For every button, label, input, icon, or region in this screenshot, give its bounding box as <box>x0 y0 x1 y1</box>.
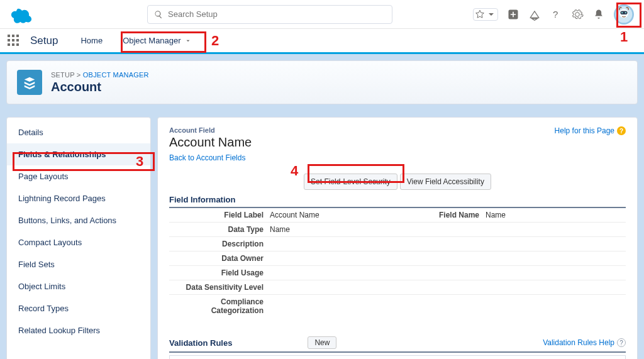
validation-rules-help-link[interactable]: Validation Rules Help ? <box>543 338 626 347</box>
salesforce-logo-icon <box>8 6 34 23</box>
back-to-fields-link[interactable]: Back to Account Fields <box>169 153 245 162</box>
astro-avatar-icon <box>615 6 633 23</box>
view-field-accessibility-button[interactable]: View Field Accessibility <box>400 174 491 190</box>
field-usage-label: Field Usage <box>169 266 270 280</box>
svg-text:?: ? <box>553 9 558 19</box>
object-title: Account <box>51 80 149 94</box>
app-name: Setup <box>30 35 58 47</box>
annotation-number-3: 3 <box>136 153 143 170</box>
object-icon <box>17 70 42 95</box>
validation-empty-message: No validation rules defined. <box>169 355 626 359</box>
sidebar: Details Fields & Relationships Page Layo… <box>6 117 151 359</box>
help-for-page-link[interactable]: Help for this Page ? <box>555 126 626 135</box>
main-content: Help for this Page ? Account Field Accou… <box>157 117 638 359</box>
sidebar-item-fields-relationships[interactable]: Fields & Relationships <box>7 143 150 165</box>
nav-object-manager[interactable]: Object Manager <box>114 31 200 50</box>
sidebar-item-lightning-record-pages[interactable]: Lightning Record Pages <box>7 187 150 209</box>
sidebar-item-buttons-links-actions[interactable]: Buttons, Links, and Actions <box>7 209 150 231</box>
user-avatar[interactable] <box>614 4 634 25</box>
field-usage-value <box>270 266 626 280</box>
field-action-buttons: Set Field-Level Security View Field Acce… <box>169 174 626 190</box>
header-utility-icons: ? <box>473 4 634 25</box>
global-header: ? <box>0 0 644 29</box>
field-name-value: Name <box>486 208 626 223</box>
data-type-value: Name <box>270 223 626 237</box>
compliance-label: Compliance Categorization <box>169 295 270 318</box>
svg-point-6 <box>625 12 626 13</box>
annotation-number-4: 4 <box>291 163 298 179</box>
page-header-card: SETUP > OBJECT MANAGER Account <box>6 60 638 104</box>
description-value <box>270 237 626 251</box>
description-label: Description <box>169 237 270 251</box>
body: Details Fields & Relationships Page Layo… <box>0 111 644 359</box>
search-icon <box>154 10 163 19</box>
validation-section: Validation Rules New Validation Rules He… <box>169 336 626 359</box>
stack-icon <box>23 75 36 89</box>
compliance-value <box>270 295 626 318</box>
new-validation-rule-button[interactable]: New <box>308 336 336 349</box>
nav-object-manager-label: Object Manager <box>123 36 181 45</box>
annotation-number-1: 1 <box>620 29 628 45</box>
sensitivity-label: Data Sensitivity Level <box>169 280 270 295</box>
gear-icon[interactable] <box>571 8 584 21</box>
sensitivity-value <box>270 280 626 295</box>
field-label-value: Account Name <box>270 208 410 223</box>
svg-rect-4 <box>620 11 627 14</box>
page-header-band: SETUP > OBJECT MANAGER Account <box>0 54 644 111</box>
field-name-label: Field Name <box>410 208 486 223</box>
data-owner-value <box>270 251 626 266</box>
sidebar-item-record-types[interactable]: Record Types <box>7 297 150 319</box>
salesforce-org-icon[interactable] <box>528 8 541 21</box>
data-owner-label: Data Owner <box>169 251 270 266</box>
field-title: Account Name <box>169 135 626 150</box>
context-bar: Setup Home Object Manager <box>0 29 644 54</box>
chevron-down-icon <box>185 38 191 44</box>
breadcrumb-object-manager-link[interactable]: OBJECT MANAGER <box>83 71 149 79</box>
help-icon[interactable]: ? <box>550 8 562 21</box>
app-launcher-icon[interactable] <box>8 35 20 47</box>
sidebar-item-page-layouts[interactable]: Page Layouts <box>7 165 150 187</box>
sidebar-item-details[interactable]: Details <box>7 121 150 143</box>
set-field-level-security-button[interactable]: Set Field-Level Security <box>304 174 397 190</box>
sidebar-item-field-sets[interactable]: Field Sets <box>7 253 150 275</box>
help-icon: ? <box>617 126 626 135</box>
sidebar-item-related-lookup-filters[interactable]: Related Lookup Filters <box>7 319 150 341</box>
help-icon: ? <box>617 338 626 347</box>
field-label-label: Field Label <box>169 208 270 223</box>
data-type-label: Data Type <box>169 223 270 237</box>
search-box[interactable] <box>147 5 392 24</box>
chevron-down-icon <box>486 9 496 19</box>
annotation-number-2: 2 <box>211 33 219 49</box>
field-info-grid: Field Label Account Name Field Name Name… <box>169 208 626 318</box>
favorite-dropdown[interactable] <box>473 8 498 21</box>
nav-home[interactable]: Home <box>72 30 111 52</box>
sidebar-item-object-limits[interactable]: Object Limits <box>7 275 150 297</box>
sidebar-item-compact-layouts[interactable]: Compact Layouts <box>7 231 150 253</box>
bell-icon[interactable] <box>592 8 605 21</box>
search-input[interactable] <box>168 9 386 19</box>
breadcrumb: SETUP > OBJECT MANAGER <box>51 71 149 79</box>
validation-rules-header: Validation Rules <box>169 338 232 348</box>
plus-icon[interactable] <box>507 8 519 21</box>
svg-point-5 <box>621 12 623 13</box>
field-information-header: Field Information <box>169 195 626 208</box>
star-icon <box>475 9 485 19</box>
